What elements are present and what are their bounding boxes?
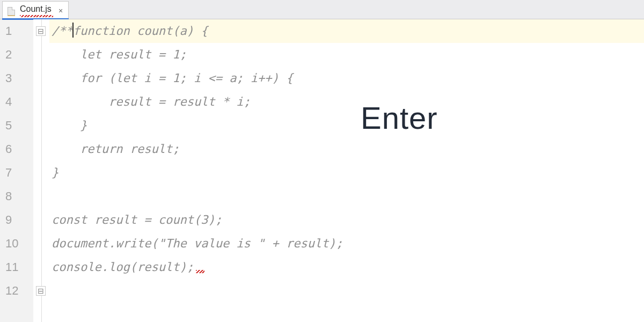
code-line[interactable]: } xyxy=(49,161,644,185)
line-number: 12 xyxy=(0,279,33,303)
code-line[interactable] xyxy=(49,185,644,208)
code-line[interactable]: } xyxy=(49,114,644,137)
code-line[interactable]: console.log(result); xyxy=(49,255,644,279)
code-line[interactable]: return result; xyxy=(49,137,644,161)
line-number: 8 xyxy=(0,185,33,208)
line-number: 2 xyxy=(0,43,33,67)
tab-count-js[interactable]: JS Count.js × xyxy=(2,1,69,19)
key-hint-overlay: Enter xyxy=(361,100,438,136)
editor-tabstrip: JS Count.js × xyxy=(0,0,644,19)
line-number: 3 xyxy=(0,67,33,90)
code-line[interactable]: result = result * i; xyxy=(49,90,644,114)
line-number-gutter: 123456789101112 xyxy=(0,19,33,322)
code-line[interactable]: document.write("The value is " + result)… xyxy=(49,232,644,255)
js-file-icon: JS xyxy=(6,5,17,16)
line-number: 1 xyxy=(0,19,33,43)
error-underline-icon xyxy=(20,15,53,17)
error-underline-icon xyxy=(196,270,204,273)
code-line[interactable]: for (let i = 1; i <= a; i++) { xyxy=(49,67,644,90)
line-number: 4 xyxy=(0,90,33,114)
text-caret xyxy=(72,23,74,38)
code-editor[interactable]: 123456789101112 ⊟ ⊟ Enter /**function co… xyxy=(0,19,644,322)
fold-collapse-icon[interactable]: ⊟ xyxy=(36,26,46,36)
tab-filename: Count.js xyxy=(20,4,52,14)
line-number: 11 xyxy=(0,255,33,279)
code-line[interactable] xyxy=(49,279,644,303)
fold-gutter: ⊟ ⊟ xyxy=(33,19,49,322)
code-area[interactable]: Enter /**function count(a) { let result … xyxy=(49,19,644,322)
line-number: 5 xyxy=(0,114,33,137)
line-number: 7 xyxy=(0,161,33,185)
close-icon[interactable]: × xyxy=(58,6,63,15)
line-number: 10 xyxy=(0,232,33,255)
code-line[interactable]: const result = count(3); xyxy=(49,208,644,232)
code-line[interactable]: /**function count(a) { xyxy=(49,19,644,43)
fold-end-icon[interactable]: ⊟ xyxy=(36,286,46,296)
line-number: 9 xyxy=(0,208,33,232)
line-number: 6 xyxy=(0,137,33,161)
code-line[interactable]: let result = 1; xyxy=(49,43,644,67)
